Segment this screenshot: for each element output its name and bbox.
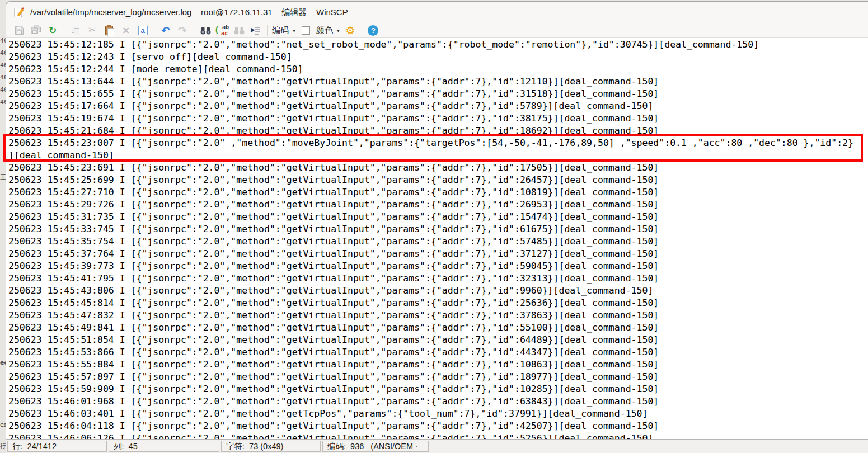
log-line[interactable]: 250623 15:45:23:691 I [{"jsonrpc":"2.0",… xyxy=(8,162,868,174)
log-line[interactable]: 250623 15:45:57:897 I [{"jsonrpc":"2.0",… xyxy=(8,371,868,383)
log-line[interactable]: 250623 15:45:13:644 I [{"jsonrpc":"2.0",… xyxy=(8,76,868,88)
background-fragment: 行: xyxy=(0,442,6,450)
toolbar: ↻ ✂ × a ↶ ↷ xyxy=(6,23,868,38)
toolbar-separator xyxy=(64,25,64,36)
preferences-button[interactable]: ⚙ xyxy=(342,23,358,37)
color-dropdown[interactable]: 颜色 ▼ xyxy=(315,23,341,37)
save-all-icon xyxy=(31,25,41,35)
log-line[interactable]: 250623 15:45:25:699 I [{"jsonrpc":"2.0",… xyxy=(8,174,868,186)
log-line[interactable]: 250623 15:45:12:243 I [servo off][deal_c… xyxy=(8,51,868,63)
log-line[interactable]: 250623 15:45:47:832 I [{"jsonrpc":"2.0",… xyxy=(8,309,868,322)
toolbar-separator xyxy=(267,25,268,36)
gear-icon: ⚙ xyxy=(345,25,355,36)
log-line[interactable]: 250623 15:46:03:401 I [{"jsonrpc":"2.0",… xyxy=(8,408,868,420)
toolbar-separator xyxy=(194,25,194,36)
status-encoding-indicator: 编码: 936 (ANSI/OEM · xyxy=(322,441,429,452)
reload-button[interactable]: ↻ xyxy=(45,23,60,37)
replace-button[interactable]: ( ab ac xyxy=(214,23,230,37)
select-all-icon: a xyxy=(138,26,148,35)
help-button[interactable]: ? xyxy=(365,23,381,37)
status-line-indicator: 行: 24/1412 xyxy=(7,441,107,452)
background-fragment: 46 xyxy=(0,37,6,44)
replace-icon: ( ab ac xyxy=(215,25,229,36)
log-line[interactable]: 250623 15:45:59:909 I [{"jsonrpc":"2.0",… xyxy=(8,383,868,395)
background-fragment: 46 xyxy=(0,62,6,69)
background-window-sliver: 46 46 46 46 46 46 工 ec cs 行: xyxy=(0,0,6,453)
color-preview-swatch[interactable] xyxy=(298,23,314,37)
status-column-indicator: 列: 45 xyxy=(109,441,219,452)
background-fragment: 工 xyxy=(0,173,6,182)
log-line[interactable]: 250623 15:45:15:655 I [{"jsonrpc":"2.0",… xyxy=(8,88,868,100)
cut-button[interactable]: ✂ xyxy=(85,23,100,37)
log-line[interactable]: ][deal_command-150] xyxy=(8,149,868,162)
log-line[interactable]: 250623 15:45:35:754 I [{"jsonrpc":"2.0",… xyxy=(8,235,868,248)
copy-button[interactable] xyxy=(68,23,83,37)
log-line[interactable]: 250623 15:45:45:814 I [{"jsonrpc":"2.0",… xyxy=(8,297,868,309)
undo-button[interactable]: ↶ xyxy=(158,23,173,37)
log-line[interactable]: 250623 15:46:01:968 I [{"jsonrpc":"2.0",… xyxy=(8,395,868,408)
chevron-down-icon: ▼ xyxy=(292,29,296,33)
select-all-button[interactable]: a xyxy=(135,23,151,37)
edit-document-icon xyxy=(13,7,25,18)
log-line[interactable]: 250623 15:45:23:007 I [{"jsonrpc":"2.0" … xyxy=(8,137,868,149)
log-line[interactable]: 250623 15:45:21:684 I [{"jsonrpc":"2.0",… xyxy=(8,125,868,137)
log-line[interactable]: 250623 15:45:12:244 I [mode remote][deal… xyxy=(8,63,868,76)
chevron-down-icon: ▼ xyxy=(336,29,340,33)
paste-button[interactable] xyxy=(101,23,117,37)
log-line[interactable]: 250623 15:45:12:185 I [{"jsonrpc":"2.0",… xyxy=(8,39,868,51)
log-line[interactable]: 250623 15:45:55:884 I [{"jsonrpc":"2.0",… xyxy=(8,358,868,371)
help-icon: ? xyxy=(368,25,378,36)
reload-icon: ↻ xyxy=(49,26,57,35)
log-line[interactable]: 250623 15:45:39:773 I [{"jsonrpc":"2.0",… xyxy=(8,260,868,272)
encoding-dropdown[interactable]: 编码 ▼ xyxy=(271,23,297,37)
find-button[interactable] xyxy=(198,23,213,37)
paste-icon xyxy=(105,26,113,35)
save-icon xyxy=(15,26,24,35)
toolbar-separator xyxy=(362,25,362,36)
window-title: /var/volatile/tmp/mcserver_log/mcserver.… xyxy=(30,7,348,18)
log-line[interactable]: 250623 15:45:19:674 I [{"jsonrpc":"2.0",… xyxy=(8,112,868,125)
find-next-icon xyxy=(233,26,245,35)
toolbar-separator xyxy=(154,25,154,36)
color-swatch-icon xyxy=(302,26,310,35)
log-line[interactable]: 250623 15:45:31:735 I [{"jsonrpc":"2.0",… xyxy=(8,211,868,223)
find-next-button[interactable] xyxy=(231,23,247,37)
copy-icon xyxy=(71,26,81,35)
log-line[interactable]: 250623 15:45:37:764 I [{"jsonrpc":"2.0",… xyxy=(8,248,868,260)
go-to-line-icon xyxy=(251,26,261,35)
log-line[interactable]: 250623 15:45:49:841 I [{"jsonrpc":"2.0",… xyxy=(8,322,868,334)
log-line[interactable]: 250623 15:45:53:866 I [{"jsonrpc":"2.0",… xyxy=(8,346,868,358)
redo-icon: ↷ xyxy=(178,25,187,36)
log-line[interactable]: 250623 15:45:27:710 I [{"jsonrpc":"2.0",… xyxy=(8,186,868,199)
editor-window: /var/volatile/tmp/mcserver_log/mcserver.… xyxy=(6,1,868,453)
save-all-button[interactable] xyxy=(28,23,44,37)
log-line[interactable]: 250623 15:45:33:745 I [{"jsonrpc":"2.0",… xyxy=(8,223,868,235)
status-bar: 行: 24/1412 列: 45 字符: 73 (0x49) 编码: 936 (… xyxy=(6,439,868,453)
background-fragment: cs xyxy=(0,421,6,428)
find-icon xyxy=(200,26,212,35)
go-to-line-button[interactable] xyxy=(248,23,264,37)
log-line[interactable]: 250623 15:45:43:806 I [{"jsonrpc":"2.0",… xyxy=(8,285,868,297)
log-line[interactable]: 250623 15:45:29:726 I [{"jsonrpc":"2.0",… xyxy=(8,199,868,211)
background-fragment: 46 xyxy=(0,49,6,56)
log-line[interactable]: 250623 15:46:04:118 I [{"jsonrpc":"2.0",… xyxy=(8,420,868,432)
undo-icon: ↶ xyxy=(161,25,170,36)
encoding-dropdown-label: 编码 xyxy=(271,25,290,36)
color-dropdown-label: 颜色 xyxy=(315,25,334,36)
log-line[interactable]: 250623 15:45:17:664 I [{"jsonrpc":"2.0",… xyxy=(8,100,868,112)
background-fragment: 46 xyxy=(0,74,6,81)
cut-icon: ✂ xyxy=(88,26,96,35)
redo-button[interactable]: ↷ xyxy=(175,23,190,37)
background-fragment: ec xyxy=(0,359,6,366)
log-line[interactable]: 250623 15:45:41:795 I [{"jsonrpc":"2.0",… xyxy=(8,272,868,285)
status-char-indicator: 字符: 73 (0x49) xyxy=(221,441,321,452)
delete-icon: × xyxy=(122,26,130,35)
editor-text-area[interactable]: 250623 15:45:12:185 I [{"jsonrpc":"2.0",… xyxy=(7,38,868,439)
title-bar: /var/volatile/tmp/mcserver_log/mcserver.… xyxy=(6,2,868,23)
delete-button[interactable]: × xyxy=(118,23,134,37)
background-fragment: 46 xyxy=(0,98,6,106)
log-line[interactable]: 250623 15:46:06:126 I [{"jsonrpc":"2.0",… xyxy=(8,432,868,439)
save-button[interactable] xyxy=(11,23,27,37)
log-line[interactable]: 250623 15:45:51:854 I [{"jsonrpc":"2.0",… xyxy=(8,334,868,346)
background-fragment: 46 xyxy=(0,86,6,93)
